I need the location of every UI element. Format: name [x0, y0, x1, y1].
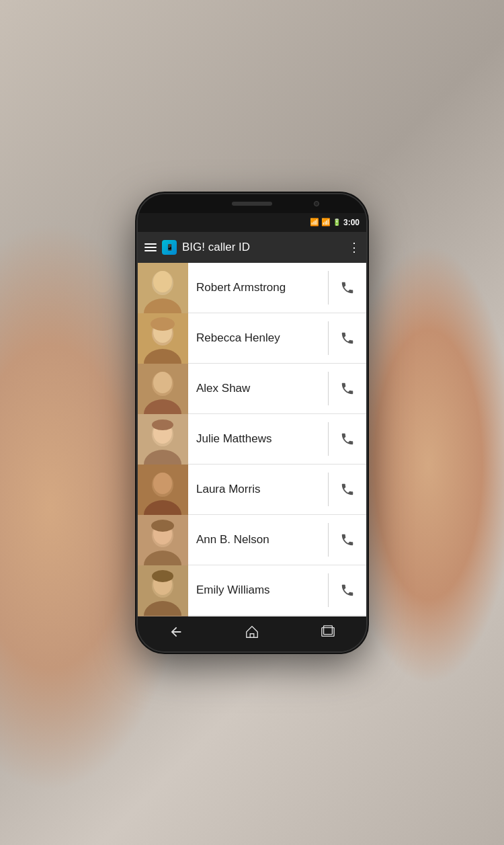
- home-button[interactable]: [239, 619, 265, 648]
- nav-bar: [138, 616, 366, 651]
- back-button[interactable]: [163, 619, 189, 648]
- contact-item[interactable]: Julie Matthews: [138, 414, 366, 465]
- avatar: [138, 465, 188, 515]
- call-button[interactable]: [329, 414, 366, 464]
- contact-item[interactable]: Robert Armstrong: [138, 263, 366, 313]
- phone-speaker: [232, 202, 272, 206]
- contact-item[interactable]: Emily Williams: [138, 565, 366, 616]
- avatar: [138, 263, 188, 313]
- status-icons: 📶 📶 🔋: [310, 218, 341, 227]
- menu-button[interactable]: [144, 243, 157, 251]
- svg-point-17: [152, 419, 173, 430]
- svg-point-31: [152, 570, 173, 582]
- svg-point-8: [151, 317, 175, 331]
- signal-icon: 📶: [321, 218, 331, 227]
- avatar: [138, 313, 188, 364]
- phone-device: 📶 📶 🔋 3:00 📱 BIG! caller ID ⋮: [138, 194, 366, 651]
- phone-top: [138, 194, 366, 213]
- status-time: 3:00: [343, 218, 360, 227]
- call-button[interactable]: [329, 364, 366, 413]
- svg-rect-37: [324, 626, 333, 635]
- contact-name: Ann B. Nelson: [188, 515, 328, 565]
- call-button[interactable]: [329, 263, 366, 313]
- avatar: [138, 414, 188, 465]
- contact-name: Rebecca Henley: [188, 313, 328, 363]
- app-icon: 📱: [162, 240, 177, 255]
- status-bar: 📶 📶 🔋 3:00: [138, 213, 366, 232]
- contact-item[interactable]: Alex Shaw: [138, 364, 366, 414]
- app-toolbar: 📱 BIG! caller ID ⋮: [138, 232, 366, 263]
- contact-name: Alex Shaw: [188, 364, 328, 413]
- svg-point-26: [151, 520, 174, 532]
- avatar: [138, 616, 188, 616]
- avatar: [138, 364, 188, 414]
- wifi-icon: 📶: [310, 218, 319, 227]
- more-button[interactable]: ⋮: [348, 240, 360, 255]
- svg-point-21: [153, 473, 172, 494]
- svg-point-12: [153, 372, 172, 393]
- svg-rect-32: [138, 616, 188, 616]
- avatar: [138, 565, 188, 616]
- call-button[interactable]: [329, 515, 366, 565]
- battery-icon: 🔋: [333, 218, 341, 226]
- contact-list: Robert Armstrong Rebecca Henley: [138, 263, 366, 616]
- contact-item[interactable]: Laura Morris: [138, 465, 366, 515]
- svg-point-3: [153, 271, 172, 292]
- call-button[interactable]: [329, 313, 366, 363]
- contact-name: Laura Morris: [188, 465, 328, 514]
- avatar: [138, 515, 188, 565]
- contact-item[interactable]: Ann B. Nelson: [138, 515, 366, 565]
- call-button[interactable]: [329, 465, 366, 514]
- contact-item[interactable]: Rebecca Henley: [138, 313, 366, 364]
- contact-name: Julie Matthews: [188, 414, 328, 464]
- contact-name: Emily Williams: [188, 565, 328, 615]
- app-title: BIG! caller ID: [182, 241, 343, 254]
- recents-button[interactable]: [315, 619, 341, 648]
- contact-name: Robert Armstrong: [188, 263, 328, 313]
- front-camera: [314, 201, 319, 206]
- call-button[interactable]: [329, 565, 366, 615]
